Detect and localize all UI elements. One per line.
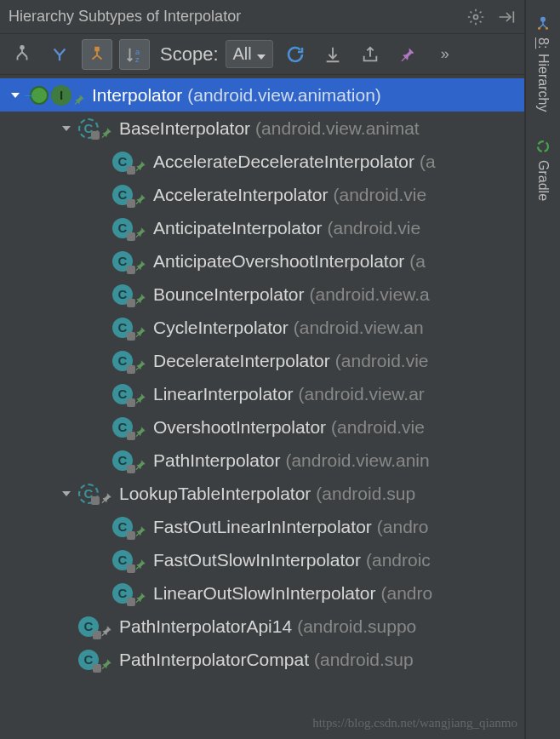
node-icons: C xyxy=(112,351,146,371)
class-icon: C xyxy=(78,616,99,637)
node-icons: C xyxy=(78,484,112,504)
tree-row[interactable]: C CycleInterpolator (android.view.an xyxy=(0,311,525,344)
tree-row[interactable]: C LinearInterpolator (android.view.ar xyxy=(0,377,525,410)
class-icon: C xyxy=(112,318,133,338)
class-icon: C xyxy=(112,550,133,570)
final-icon xyxy=(134,156,146,168)
tree-row[interactable]: C DecelerateInterpolator (android.vie xyxy=(0,344,525,377)
final-icon xyxy=(100,123,112,135)
tree-row[interactable]: C LinearOutSlowInInterpolator (andro xyxy=(0,576,525,610)
class-name: AccelerateDecelerateInterpolator xyxy=(153,152,414,172)
node-icons: C xyxy=(78,118,112,139)
arrow-placeholder xyxy=(92,352,109,370)
tree-row[interactable]: → I Interpolator (android.view.animation… xyxy=(0,78,525,112)
class-name: PathInterpolator xyxy=(153,450,280,471)
tree-row[interactable]: C AnticipateInterpolator (android.vie xyxy=(0,211,525,244)
package-name: (android.view.animat xyxy=(255,118,420,139)
class-icon: C xyxy=(112,218,133,238)
node-icons: I xyxy=(51,85,85,106)
tree-row[interactable]: C BaseInterpolator (android.view.animat xyxy=(0,112,525,145)
class-name: PathInterpolatorApi14 xyxy=(119,616,292,637)
scope-dropdown[interactable]: All xyxy=(226,40,273,68)
export-button[interactable] xyxy=(355,39,386,70)
package-name: (android.view.animation) xyxy=(187,85,381,106)
svg-point-1 xyxy=(20,45,24,49)
svg-point-7 xyxy=(546,27,548,30)
class-icon: C xyxy=(112,417,133,438)
subtypes-button[interactable] xyxy=(82,39,112,70)
svg-point-8 xyxy=(538,141,548,152)
rail-hierarchy-tab[interactable]: 8: Hierarchy xyxy=(534,9,551,119)
pin-button[interactable] xyxy=(392,39,423,70)
package-name: (android.suppo xyxy=(297,616,416,637)
autoscroll-source-button[interactable] xyxy=(317,39,348,70)
svg-point-5 xyxy=(541,18,546,22)
final-icon xyxy=(134,355,146,367)
package-name: (android.view.an xyxy=(294,318,424,338)
class-icon: C xyxy=(78,484,99,504)
tree-row[interactable]: C FastOutLinearInInterpolator (andro xyxy=(0,510,525,543)
overridable-icon xyxy=(100,621,112,633)
hide-icon[interactable] xyxy=(496,7,517,27)
arrow-placeholder xyxy=(92,286,109,303)
rail-gradle-label: Gradle xyxy=(535,160,551,201)
expand-arrow-icon[interactable] xyxy=(58,120,75,137)
refresh-button[interactable] xyxy=(280,39,311,70)
package-name: (android.view.a xyxy=(309,284,429,305)
tree-row[interactable]: C AccelerateInterpolator (android.vie xyxy=(0,178,525,211)
node-icons: C xyxy=(112,384,146,404)
tree-row[interactable]: C LookupTableInterpolator (android.sup xyxy=(0,477,525,510)
tree-row[interactable]: C BounceInterpolator (android.view.a xyxy=(0,278,525,311)
jump-to-source-icon: → xyxy=(27,86,51,105)
tree-row[interactable]: C OvershootInterpolator (android.vie xyxy=(0,410,525,444)
node-icons: C xyxy=(112,284,146,305)
supertypes-button[interactable] xyxy=(44,39,75,70)
expand-arrow-icon[interactable] xyxy=(58,485,75,502)
scope-label: Scope: xyxy=(160,43,219,66)
class-name: PathInterpolatorCompat xyxy=(119,650,309,670)
package-name: (android.sup xyxy=(314,650,414,670)
final-icon xyxy=(134,554,146,566)
svg-point-0 xyxy=(474,14,478,19)
tree-row[interactable]: C FastOutSlowInInterpolator (androic xyxy=(0,543,525,576)
final-icon xyxy=(134,455,146,467)
class-hierarchy-button[interactable] xyxy=(7,39,37,70)
class-name: FastOutSlowInInterpolator xyxy=(153,550,361,570)
panel-title: Hierarchy Subtypes of Interpolator xyxy=(9,8,241,26)
package-name: (a xyxy=(420,152,436,172)
more-button[interactable]: » xyxy=(430,39,460,70)
rail-gradle-tab[interactable]: Gradle xyxy=(534,131,551,208)
package-name: (android.vie xyxy=(331,417,425,438)
package-name: (android.vie xyxy=(333,185,426,205)
tree-row[interactable]: C PathInterpolatorCompat (android.sup xyxy=(0,643,525,676)
arrow-placeholder xyxy=(92,585,109,602)
tree-row[interactable]: C PathInterpolatorApi14 (android.suppo xyxy=(0,610,525,643)
node-icons: C xyxy=(112,318,146,338)
right-rail: 8: Hierarchy Gradle xyxy=(525,0,560,739)
gear-icon[interactable] xyxy=(466,7,486,27)
chevron-down-icon xyxy=(257,44,266,64)
class-icon: C xyxy=(112,450,133,471)
node-icons: C xyxy=(112,185,146,205)
arrow-placeholder xyxy=(58,651,75,668)
node-icons: C xyxy=(112,583,146,604)
final-icon xyxy=(73,89,85,101)
final-icon xyxy=(134,388,146,400)
arrow-placeholder xyxy=(92,153,109,170)
tree-row[interactable]: C AccelerateDecelerateInterpolator (a xyxy=(0,145,525,178)
class-name: LinearInterpolator xyxy=(153,384,294,404)
final-icon xyxy=(134,521,146,533)
tree-row[interactable]: C AnticipateOvershootInterpolator (a xyxy=(0,244,525,278)
package-name: (android.sup xyxy=(316,484,415,504)
tree-row[interactable]: C PathInterpolator (android.view.anin xyxy=(0,444,525,477)
rail-hierarchy-label: Hierarchy xyxy=(535,54,551,112)
class-name: BaseInterpolator xyxy=(119,118,250,139)
svg-rect-2 xyxy=(94,46,100,51)
interface-icon: I xyxy=(51,85,71,106)
sort-alpha-button[interactable]: az xyxy=(119,39,150,70)
overridable-icon xyxy=(100,488,112,500)
class-name: Interpolator xyxy=(92,85,182,106)
package-name: (a xyxy=(409,251,426,272)
node-icons: C xyxy=(112,218,146,238)
node-icons: C xyxy=(112,550,146,570)
